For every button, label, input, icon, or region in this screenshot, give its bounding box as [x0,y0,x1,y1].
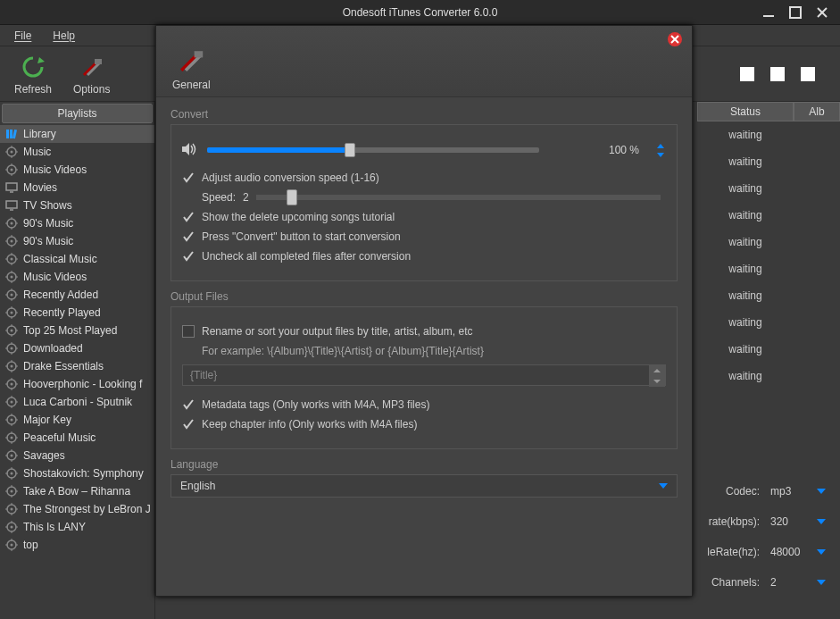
gear-icon [5,253,18,265]
playlist-item[interactable]: Classical Music [0,250,154,268]
playlist-label: Major Key [23,414,154,426]
metadata-checkbox[interactable]: Metadata tags (Only works with M4A, MP3 … [182,398,666,411]
samplerate-select[interactable]: 48000 [765,542,831,562]
uncheck-completed-checkbox[interactable]: Uncheck all completed files after conver… [182,250,666,263]
playlist-item[interactable]: 90's Music [0,232,154,250]
playlist-item[interactable]: Take A Bow – Rihanna [0,482,154,500]
gear-icon [5,539,18,551]
status-cell: waiting [697,282,794,309]
playlist-item[interactable]: Library [0,125,154,143]
status-column-header[interactable]: Status [697,102,794,121]
header-checkbox-3[interactable] [801,67,815,81]
playlist-item[interactable]: Luca Carboni - Sputnik [0,393,154,411]
bitrate-select[interactable]: 320 [765,512,831,531]
svg-marker-4 [37,57,45,63]
gear-icon [5,378,18,390]
playlist-item[interactable]: Major Key [0,411,154,429]
svg-point-28 [11,222,13,225]
chapter-checkbox[interactable]: Keep chapter info (Only works with M4A f… [182,418,666,431]
gear-icon [5,503,18,515]
playlist-item[interactable]: top [0,536,154,554]
maximize-button[interactable] [788,5,803,20]
codec-select[interactable]: mp3 [765,481,831,501]
filename-pattern-input[interactable]: {Title} [182,364,666,386]
svg-rect-25 [6,201,17,208]
playlist-label: Music [23,146,154,158]
header-checkbox-2[interactable] [770,67,785,81]
refresh-icon [19,53,47,81]
language-select[interactable]: English [170,474,678,498]
svg-point-18 [11,169,13,171]
playlist-item[interactable]: Shostakovich: Symphony [0,464,154,482]
menu-help[interactable]: Help [53,29,75,42]
playlist-item[interactable]: This Is LANY [0,518,154,536]
channels-label: Channels: [697,576,760,589]
tab-general[interactable]: General [165,39,218,96]
svg-point-112 [11,473,13,475]
playlist-label: Music Videos [23,163,154,176]
close-button[interactable] [815,5,829,20]
svg-marker-147 [182,143,189,155]
header-checkbox-1[interactable] [740,67,754,81]
playlist-item[interactable]: Hooverphonic - Looking f [0,375,154,393]
speed-label: Speed: [202,191,236,204]
playlist-item[interactable]: Movies [0,179,154,197]
playlist-item[interactable]: TV Shows [0,197,154,214]
playlist-label: Shostakovich: Symphony [23,467,154,480]
dialog-close-button[interactable] [667,31,683,47]
playlist-item[interactable]: The Strongest by LeBron J [0,500,154,518]
menu-file[interactable]: File [14,29,31,42]
library-icon [5,128,18,140]
press-convert-checkbox[interactable]: Press "Convert" button to start conversi… [182,230,666,243]
speed-slider[interactable] [256,195,661,200]
playlist-label: Take A Bow – Rihanna [23,485,154,498]
playlist-item[interactable]: Music Videos [0,268,154,286]
playlist-item[interactable]: Peaceful Music [0,429,154,447]
playlists-header[interactable]: Playlists [2,104,153,123]
playlist-item[interactable]: Downloaded [0,339,154,357]
playlist-item[interactable]: Music [0,143,154,161]
options-button[interactable]: Options [68,51,115,97]
title-bar: Ondesoft iTunes Converter 6.0.0 [0,0,840,25]
volume-percent: 100 % [602,141,646,159]
gear-icon [5,414,18,426]
playlist-item[interactable]: Recently Added [0,286,154,304]
options-label: Options [73,83,110,96]
convert-section-title: Convert [170,108,678,121]
checkbox-icon [182,325,195,338]
playlist-label: Recently Added [23,289,154,301]
options-dialog: General Convert 100 % [155,25,693,597]
svg-point-136 [11,544,13,547]
volume-slider[interactable] [207,147,593,153]
playlist-label: Peaceful Music [23,431,154,444]
general-icon [175,45,207,77]
playlist-label: 90's Music [23,235,154,247]
playlist-item[interactable]: Top 25 Most Played [0,322,154,339]
svg-point-76 [11,365,13,368]
playlist-item[interactable]: Music Videos [0,161,154,179]
example-text: For example: \{Album}\{Title}\{Artist} o… [202,345,666,357]
chevron-down-icon [817,580,826,585]
svg-point-58 [11,312,13,314]
pattern-dropdown-button[interactable] [649,365,665,387]
chevron-up-icon [653,369,661,372]
playlist-label: Classical Music [23,253,154,265]
channels-select[interactable]: 2 [765,573,831,592]
rename-checkbox[interactable]: Rename or sort your output files by titl… [182,325,666,338]
volume-spinner[interactable] [655,141,666,159]
status-cell: waiting [697,255,794,282]
refresh-button[interactable]: Refresh [9,51,57,97]
playlist-item[interactable]: Savages [0,447,154,464]
playlist-item[interactable]: Recently Played [0,304,154,322]
album-column-header[interactable]: Alb [794,102,840,121]
show-tutorial-checkbox[interactable]: Show the delete upcoming songs tutorial [182,211,666,223]
svg-point-100 [11,437,13,439]
playlist-item[interactable]: 90's Music [0,214,154,232]
svg-point-130 [11,526,13,529]
speed-value: 2 [243,191,249,204]
adjust-speed-checkbox[interactable]: Adjust audio conversion speed (1-16) [182,171,666,184]
playlist-label: Drake Essentials [23,360,154,372]
minimize-button[interactable] [761,5,776,20]
playlist-label: Top 25 Most Played [23,324,154,337]
playlist-item[interactable]: Drake Essentials [0,357,154,375]
